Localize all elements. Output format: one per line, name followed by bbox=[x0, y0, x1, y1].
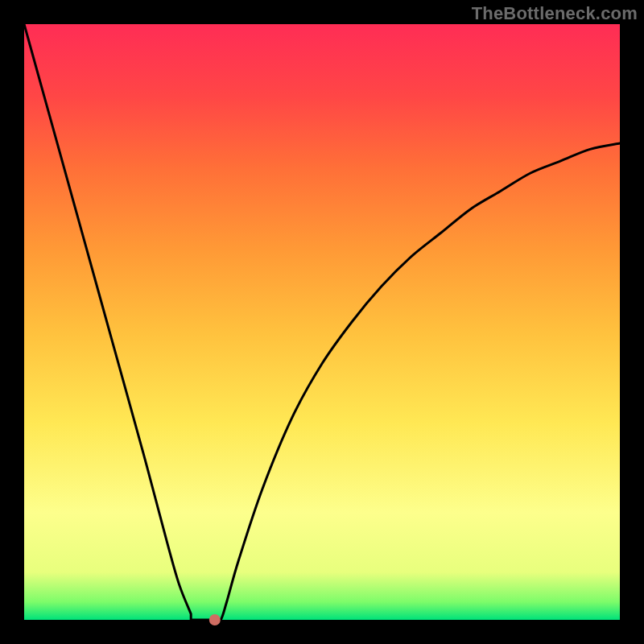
curve-layer bbox=[24, 24, 620, 620]
bottleneck-curve bbox=[24, 24, 620, 621]
min-marker bbox=[209, 614, 221, 625]
plot-area bbox=[24, 24, 620, 620]
watermark-text: TheBottleneck.com bbox=[472, 3, 638, 24]
chart-frame: TheBottleneck.com bbox=[0, 0, 644, 644]
